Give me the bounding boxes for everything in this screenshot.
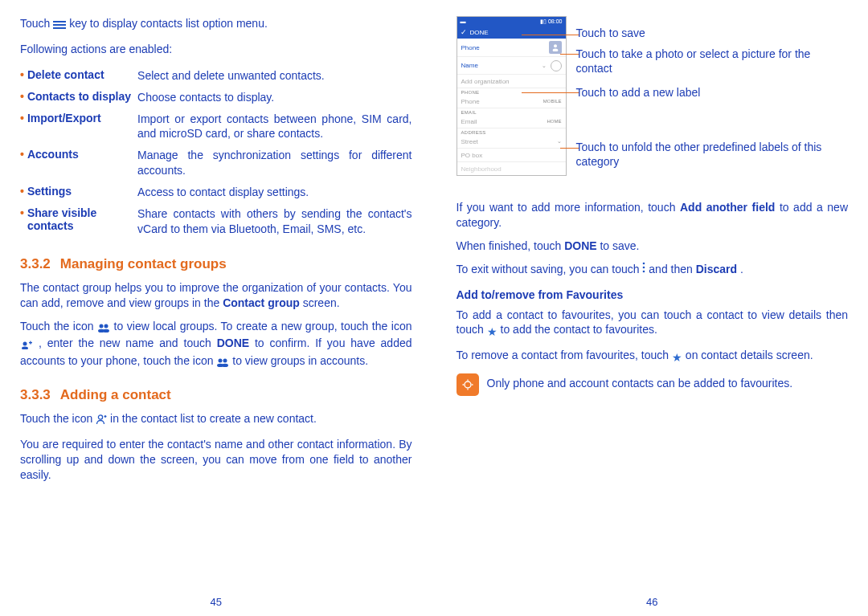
page-number: 46 <box>457 596 849 608</box>
phone-section-label: PHONE <box>457 88 566 95</box>
phone-pobox-row: PO box <box>457 149 566 162</box>
svg-point-19 <box>552 49 558 52</box>
callouts-column: Touch to save Touch to take a photo or s… <box>576 16 849 176</box>
phone-neighborhood-row: Neighborhood <box>457 162 566 175</box>
phone-phone-row: Phone MOBILE <box>457 95 566 108</box>
menu-icon <box>53 18 66 34</box>
phone-street-row: Street ⌄ <box>457 135 566 149</box>
option-desc: Import or export contacts between phone,… <box>137 108 411 145</box>
phone-status-bar: ▬ ▮▯ 08:00 <box>457 17 566 26</box>
phone-email-row: Email HOME <box>457 115 566 129</box>
phone-section-label: EMAIL <box>457 108 566 115</box>
option-label: Share visible contacts <box>27 203 137 240</box>
group-add-icon <box>20 338 33 353</box>
favourites-paragraph-2: To remove a contact from favourites, tou… <box>457 348 849 365</box>
intro-line: Touch key to display contacts list optio… <box>20 16 412 34</box>
option-label: Delete contact <box>27 65 137 87</box>
svg-point-22 <box>643 270 645 272</box>
star-icon: ★ <box>672 350 682 365</box>
callout-save: Touch to save <box>576 26 645 40</box>
table-row: • Settings Access to contact display set… <box>20 182 412 203</box>
option-desc: Share contacts with others by sending th… <box>137 203 411 240</box>
signal-icon: ▬ <box>461 18 466 24</box>
svg-point-21 <box>643 266 645 268</box>
table-row: • Contacts to display Choose contacts to… <box>20 87 412 108</box>
following-actions: Following actions are enabled: <box>20 42 412 57</box>
page-46: ▬ ▮▯ 08:00 ✓ DONE Phone Name ⌄ <box>457 16 849 600</box>
svg-rect-10 <box>30 341 31 345</box>
table-row: • Import/Export Import or export contact… <box>20 108 412 145</box>
chevron-down-icon: ⌄ <box>557 138 562 145</box>
svg-point-8 <box>22 347 28 350</box>
options-table: • Delete contact Select and delete unwan… <box>20 65 412 240</box>
option-desc: Manage the synchronization settings for … <box>137 145 411 182</box>
svg-point-4 <box>104 324 108 328</box>
phone-account-row: Phone <box>457 39 566 57</box>
group-local-icon <box>97 321 110 337</box>
svg-point-11 <box>219 359 223 363</box>
check-icon: ✓ <box>461 28 467 36</box>
option-desc: Choose contacts to display. <box>137 87 411 108</box>
callout-label: Touch to add a new label <box>576 85 701 100</box>
tip-icon <box>457 373 479 396</box>
svg-rect-0 <box>53 21 66 22</box>
phone-section-label: ADDRESS <box>457 129 566 135</box>
callout-leader <box>522 92 579 93</box>
contact-photo-icon <box>549 41 562 54</box>
svg-point-3 <box>100 324 104 328</box>
option-label: Accounts <box>27 145 137 182</box>
option-desc: Access to contact display settings. <box>137 182 411 203</box>
page-number: 45 <box>20 596 412 608</box>
svg-point-6 <box>103 328 109 332</box>
callout-photo: Touch to take a photo or select a pictur… <box>576 47 849 75</box>
favourites-paragraph-1: To add a contact to favourites, you can … <box>457 308 849 341</box>
phone-illustration: ▬ ▮▯ 08:00 ✓ DONE Phone Name ⌄ <box>457 16 849 176</box>
table-row: • Share visible contacts Share contacts … <box>20 203 412 240</box>
add-contact-paragraph-1: Touch the icon in the contact list to cr… <box>20 411 412 429</box>
groups-paragraph-2: Touch the icon to view local groups. To … <box>20 319 412 372</box>
phone-done-bar: ✓ DONE <box>457 26 566 39</box>
phone-mockup: ▬ ▮▯ 08:00 ✓ DONE Phone Name ⌄ <box>457 16 567 176</box>
favourites-heading: Add to/remove from Favourites <box>457 288 849 301</box>
done-paragraph: When finished, touch DONE to save. <box>457 239 849 254</box>
groups-paragraph-1: The contact group helps you to improve t… <box>20 280 412 311</box>
option-label: Contacts to display <box>27 87 137 108</box>
add-contact-paragraph-2: You are required to enter the contact's … <box>20 437 412 483</box>
option-label: Settings <box>27 182 137 203</box>
svg-point-18 <box>554 44 557 47</box>
table-row: • Delete contact Select and delete unwan… <box>20 65 412 87</box>
option-label: Import/Export <box>27 108 137 145</box>
page-45: Touch key to display contacts list optio… <box>20 16 412 600</box>
battery-icon: ▮▯ <box>540 18 547 24</box>
table-row: • Accounts Manage the synchronization se… <box>20 145 412 182</box>
svg-point-14 <box>222 364 228 367</box>
tip-text: Only phone and account contacts can be a… <box>487 373 793 390</box>
phone-add-org-row: Add organization <box>457 75 566 88</box>
tip-row: Only phone and account contacts can be a… <box>457 373 849 396</box>
svg-rect-2 <box>53 27 66 29</box>
discard-paragraph: To exit without saving, you can touch an… <box>457 262 849 277</box>
add-field-paragraph: If you want to add more information, tou… <box>457 200 849 230</box>
svg-rect-1 <box>53 24 66 26</box>
circle-icon <box>551 60 562 71</box>
group-accounts-icon <box>216 356 229 371</box>
svg-point-23 <box>465 381 471 388</box>
heading-3-3-2: 3.3.2Managing contact groups <box>20 256 412 272</box>
option-desc: Select and delete unwanted contacts. <box>137 65 411 87</box>
chevron-down-icon: ⌄ <box>542 63 547 68</box>
svg-point-7 <box>23 342 27 346</box>
svg-point-12 <box>223 359 227 363</box>
callout-leader <box>522 35 579 35</box>
svg-point-20 <box>643 262 645 264</box>
phone-name-row: Name ⌄ <box>457 57 566 75</box>
callout-unfold: Touch to unfold the other predefined lab… <box>576 140 849 169</box>
heading-3-3-3: 3.3.3Adding a contact <box>20 387 412 403</box>
svg-point-15 <box>99 415 103 419</box>
add-contact-icon <box>96 414 107 429</box>
overflow-menu-icon <box>642 262 645 277</box>
star-icon: ★ <box>487 324 497 340</box>
